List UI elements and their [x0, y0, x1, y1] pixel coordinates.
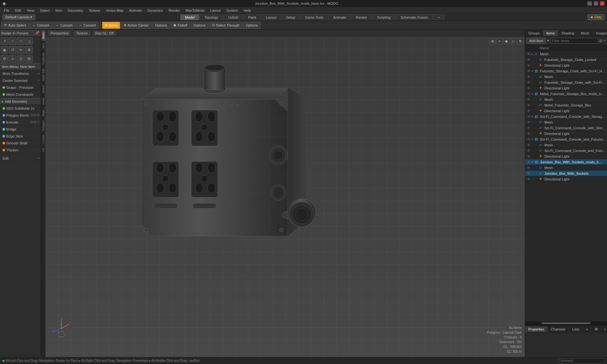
- center-selected-item[interactable]: Center Selected ▾: [0, 77, 41, 84]
- filter-items-input[interactable]: [550, 38, 598, 44]
- tree-item-22[interactable]: 👁☀Directional Light: [525, 176, 607, 182]
- options1-toolbar-btn[interactable]: Options: [152, 22, 170, 29]
- visibility-icon-9[interactable]: 👁: [526, 103, 531, 107]
- visibility-icon-21[interactable]: 👁: [526, 172, 531, 175]
- tree-item-4[interactable]: 👁▱Mesh: [525, 74, 607, 80]
- circle-tool-btn[interactable]: ⊙: [17, 55, 25, 63]
- viewport[interactable]: Perspective Texture Ray GL: Off: [46, 30, 525, 357]
- rp-tab-groups[interactable]: Groups: [525, 30, 543, 36]
- menu-item-file[interactable]: File: [1, 8, 12, 13]
- tool-item-smooth-shaft[interactable]: Smooth Shaft: [0, 140, 41, 147]
- menu-item-texture[interactable]: Texture: [86, 8, 103, 13]
- command-input[interactable]: [557, 358, 604, 363]
- rp-tab-mesh[interactable]: Mesh: [578, 30, 593, 36]
- more-transforms-item[interactable]: More Transforms ▾: [0, 70, 41, 77]
- tree-item-3[interactable]: 👁▾▤Futuristic_Storage_Crate_with_Sci-Fi_…: [525, 68, 607, 74]
- bottom-panel-expand[interactable]: ⊞: [592, 326, 601, 332]
- tree-arrow-3[interactable]: ▾: [531, 70, 535, 73]
- tree-item-0[interactable]: 👁▸▱Mesh: [525, 51, 607, 57]
- vtab-vertex[interactable]: Vertex: [41, 95, 46, 107]
- add-item-button[interactable]: Add Item: [526, 38, 546, 44]
- tree-item-15[interactable]: 👁▾▤Sci-Fi_Command_Console_and_Futuristic…: [525, 136, 607, 142]
- transform-tool-btn[interactable]: △: [25, 37, 33, 45]
- tree-item-5[interactable]: 👁▱Futuristic_Storage_Crate_with_Sci-Fi_.…: [525, 80, 607, 85]
- visibility-icon-17[interactable]: 👁: [526, 149, 531, 153]
- vp-settings-btn[interactable]: ⚙: [517, 38, 524, 44]
- list-tool-btn[interactable]: ≡: [9, 55, 16, 63]
- tree-item-10[interactable]: 👁☀Directional Light: [525, 108, 607, 114]
- window-controls[interactable]: — □ ×: [587, 1, 604, 6]
- menu-item-dynamics[interactable]: Dynamics: [145, 8, 165, 13]
- visibility-icon-3[interactable]: 👁: [526, 69, 531, 73]
- ray-gl-label[interactable]: Ray GL: Off: [93, 31, 116, 36]
- auto-select-toolbar-btn[interactable]: ⟳ Auto Select: [1, 22, 29, 29]
- rp-tab-shading[interactable]: Shading: [558, 30, 578, 36]
- bottom-tab-channels[interactable]: Channels: [548, 326, 569, 332]
- close-button[interactable]: ×: [600, 1, 604, 6]
- options3-toolbar-btn[interactable]: Options: [243, 22, 261, 29]
- add-geometry-header[interactable]: ▸ Add Geometry: [0, 98, 41, 105]
- tree-item-17[interactable]: 👁▱Sci-Fi_Command_Console_and_Futuristi..…: [525, 148, 607, 154]
- grid-tool-btn[interactable]: ⊞: [25, 55, 33, 63]
- tool-item-extrude[interactable]: ExtrudeShift-V: [0, 119, 41, 126]
- visibility-icon-16[interactable]: 👁: [526, 143, 531, 147]
- bottom-tab-lists[interactable]: Lists: [569, 326, 583, 332]
- rotate-tool-btn[interactable]: ○: [9, 37, 16, 45]
- layout-tab-scripting[interactable]: Scripting: [372, 14, 395, 20]
- falloff-toolbar-btn[interactable]: ◉ Falloff: [170, 22, 190, 29]
- tree-scrollbar[interactable]: [525, 322, 607, 324]
- visibility-icon-10[interactable]: 👁: [526, 109, 531, 113]
- layout-tab-game-tools[interactable]: Game Tools: [300, 14, 328, 20]
- options2-toolbar-btn[interactable]: Options: [191, 22, 208, 29]
- vtab-basic[interactable]: Basic: [41, 30, 46, 41]
- visibility-icon-6[interactable]: 👁: [526, 86, 531, 90]
- tree-item-14[interactable]: 👁☀Directional Light: [525, 131, 607, 136]
- tree-arrow-15[interactable]: ▾: [531, 138, 535, 141]
- visibility-icon-15[interactable]: 👁: [526, 137, 531, 141]
- visibility-icon-1[interactable]: 👁: [526, 58, 531, 62]
- maximize-button[interactable]: □: [594, 1, 598, 6]
- layout-tab-render[interactable]: Render: [351, 14, 372, 20]
- tool-item-bridge[interactable]: Bridge: [0, 126, 41, 133]
- bottom-tab-properties[interactable]: Properties: [525, 326, 548, 332]
- rp-tab-images[interactable]: Images: [593, 30, 607, 36]
- layout-tab-model[interactable]: Model: [180, 14, 199, 20]
- vtab-polygon[interactable]: Polygon: [41, 118, 46, 133]
- select-tool-btn[interactable]: ◉: [1, 46, 8, 54]
- visibility-icon-11[interactable]: 👁: [526, 115, 531, 118]
- close-filter-icon[interactable]: ×: [604, 39, 606, 43]
- layout-tab-uvedit[interactable]: UvEdit: [223, 14, 243, 20]
- bottom-panel-maximize[interactable]: ×: [601, 326, 607, 332]
- layout-tab-topology[interactable]: Topology: [199, 14, 223, 20]
- vp-maximize-btn[interactable]: ⊞: [489, 38, 496, 44]
- vtab-meshedit[interactable]: Mesh Edit: [41, 66, 46, 83]
- text-tool-btn[interactable]: A: [25, 46, 33, 54]
- select-through-toolbar-btn[interactable]: ⊡ Select Through: [209, 22, 242, 29]
- visibility-icon-8[interactable]: 👁: [526, 98, 531, 101]
- visibility-icon-5[interactable]: 👁: [526, 81, 531, 84]
- visibility-icon-7[interactable]: 👁: [526, 92, 531, 96]
- mesh-constraints-item[interactable]: Mesh Constraints: [0, 91, 41, 98]
- add-item-dropdown[interactable]: ▾: [547, 39, 549, 43]
- items-toolbar-btn[interactable]: ◈ Items: [102, 22, 120, 29]
- tree-item-11[interactable]: 👁▾▤Sci-Fi_Command_Console_with_Storage_C…: [525, 114, 607, 119]
- layout-tab-setup[interactable]: Setup: [281, 14, 300, 20]
- vtab-edge[interactable]: Edge: [41, 107, 46, 118]
- vp-camera-btn[interactable]: ◉: [503, 38, 510, 44]
- minimize-button[interactable]: —: [587, 1, 592, 6]
- layout-tab--[interactable]: +: [433, 14, 445, 20]
- tree-item-16[interactable]: 👁▱Mesh: [525, 142, 607, 148]
- tool-item-edge-slice[interactable]: Edge Slice: [0, 133, 41, 140]
- visibility-icon-14[interactable]: 👁: [526, 132, 531, 136]
- move-tool-btn[interactable]: ↗: [1, 37, 8, 45]
- tree-item-21[interactable]: 👁▱Junction_Box_With_Sockets: [525, 171, 607, 176]
- tree-arrow-7[interactable]: ▾: [531, 92, 535, 95]
- visibility-icon-19[interactable]: 👁: [526, 160, 531, 164]
- item-menu-header[interactable]: Item Menu: New Item: [0, 63, 41, 70]
- tree-item-8[interactable]: 👁▱Mesh: [525, 97, 607, 102]
- tool-item-sds-subdivide[interactable]: SDS Subdivide 2x: [0, 105, 41, 112]
- tool-item-polygon-bevel[interactable]: Polygon BevelShift-B: [0, 112, 41, 119]
- rp-tab-items[interactable]: Items: [543, 30, 558, 36]
- tree-item-18[interactable]: 👁☀Directional Light: [525, 154, 607, 159]
- tree-item-13[interactable]: 👁▱Sci-Fi_Command_Console_with_Storage...: [525, 125, 607, 131]
